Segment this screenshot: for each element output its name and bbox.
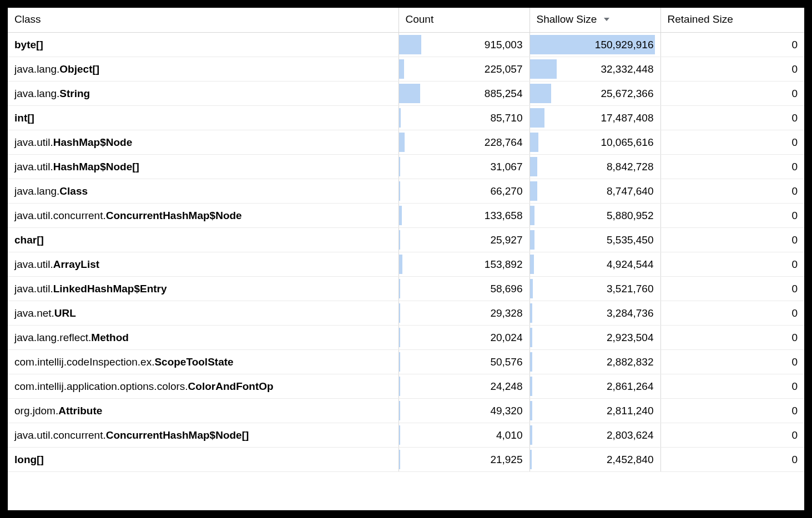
class-name: HashMap$Node (53, 136, 133, 148)
table-row[interactable]: java.lang.String885,25425,672,3660 (8, 82, 804, 106)
class-name: Method (91, 332, 129, 343)
table-row[interactable]: com.intellij.application.options.colors.… (8, 374, 804, 399)
class-package: java.net. (14, 307, 54, 319)
retained-size-cell: 0 (660, 33, 804, 57)
column-header-shallow-size[interactable]: Shallow Size (529, 8, 660, 33)
count-cell: 228,764 (399, 130, 529, 155)
class-package: java.util. (14, 136, 53, 148)
table-row[interactable]: java.util.concurrent.ConcurrentHashMap$N… (8, 423, 804, 448)
class-name: Object[] (59, 63, 99, 75)
shallow-bar (530, 401, 532, 420)
count-bar (399, 377, 400, 396)
shallow-size-cell: 2,861,264 (529, 374, 660, 399)
class-cell: java.util.HashMap$Node[] (8, 155, 399, 179)
count-cell: 66,270 (399, 179, 529, 204)
class-cell: java.lang.String (8, 82, 399, 106)
table-row[interactable]: java.util.HashMap$Node228,76410,065,6160 (8, 130, 804, 155)
table-row[interactable]: java.lang.Object[]225,05732,332,4480 (8, 57, 804, 82)
shallow-bar (530, 279, 533, 298)
table-row[interactable]: java.net.URL29,3283,284,7360 (8, 301, 804, 326)
table-row[interactable]: java.util.LinkedHashMap$Entry58,6963,521… (8, 277, 804, 301)
count-bar (399, 328, 400, 347)
retained-size-value: 0 (791, 258, 798, 270)
class-name: long[] (14, 454, 44, 465)
shallow-size-value: 2,923,504 (607, 332, 654, 343)
table-row[interactable]: int[]85,71017,487,4080 (8, 106, 804, 130)
retained-size-value: 0 (791, 39, 798, 50)
shallow-size-value: 4,924,544 (607, 258, 654, 270)
retained-size-value: 0 (791, 234, 798, 246)
shallow-size-cell: 2,452,840 (529, 448, 660, 472)
shallow-size-value: 32,332,448 (601, 63, 653, 75)
shallow-size-cell: 2,882,832 (529, 350, 660, 374)
shallow-bar (530, 377, 532, 396)
table-row[interactable]: java.util.ArrayList153,8924,924,5440 (8, 252, 804, 277)
table-row[interactable]: java.lang.reflect.Method20,0242,923,5040 (8, 326, 804, 350)
class-cell: java.util.concurrent.ConcurrentHashMap$N… (8, 204, 399, 228)
shallow-bar (530, 352, 532, 372)
count-cell: 21,925 (399, 448, 529, 472)
count-bar (399, 425, 400, 445)
count-cell: 49,320 (399, 399, 529, 423)
retained-size-value: 0 (791, 136, 798, 148)
class-name: int[] (14, 112, 34, 124)
class-package: org.jdom. (14, 405, 58, 417)
table-row[interactable]: java.util.concurrent.ConcurrentHashMap$N… (8, 204, 804, 228)
shallow-bar (530, 108, 544, 128)
table-row[interactable]: long[]21,9252,452,8400 (8, 448, 804, 472)
retained-size-cell: 0 (660, 57, 804, 82)
count-bar (399, 401, 400, 420)
shallow-size-cell: 5,535,450 (529, 228, 660, 252)
count-value: 225,057 (485, 63, 523, 75)
table-row[interactable]: java.lang.Class66,2708,747,6400 (8, 179, 804, 204)
class-name: ConcurrentHashMap$Node (106, 210, 242, 221)
table-row[interactable]: java.util.HashMap$Node[]31,0678,842,7280 (8, 155, 804, 179)
shallow-size-value: 3,284,736 (607, 307, 654, 319)
table-row[interactable]: org.jdom.Attribute49,3202,811,2400 (8, 399, 804, 423)
count-value: 50,576 (490, 356, 522, 368)
count-value: 20,024 (490, 332, 522, 343)
retained-size-value: 0 (791, 405, 798, 417)
count-cell: 4,010 (399, 423, 529, 448)
count-bar (399, 450, 400, 469)
count-value: 29,328 (490, 307, 522, 319)
shallow-size-cell: 8,842,728 (529, 155, 660, 179)
shallow-bar (530, 84, 551, 103)
shallow-size-cell: 17,487,408 (529, 106, 660, 130)
count-cell: 85,710 (399, 106, 529, 130)
class-package: java.util.concurrent. (14, 210, 106, 221)
count-bar (399, 84, 421, 103)
shallow-size-value: 17,487,408 (601, 112, 653, 124)
count-value: 4,010 (496, 429, 523, 441)
count-value: 24,248 (490, 380, 522, 392)
count-cell: 58,696 (399, 277, 529, 301)
retained-size-value: 0 (791, 112, 798, 124)
column-header-count[interactable]: Count (399, 8, 529, 33)
class-name: Attribute (58, 405, 102, 417)
shallow-size-cell: 5,880,952 (529, 204, 660, 228)
table-row[interactable]: com.intellij.codeInspection.ex.ScopeTool… (8, 350, 804, 374)
count-bar (399, 303, 400, 323)
class-package: com.intellij.application.options.colors. (14, 380, 188, 392)
column-header-class[interactable]: Class (8, 8, 399, 33)
shallow-bar (530, 206, 535, 225)
retained-size-cell: 0 (660, 350, 804, 374)
retained-size-cell: 0 (660, 374, 804, 399)
class-package: com.intellij.codeInspection.ex. (14, 356, 154, 368)
class-name: ScopeToolState (154, 356, 233, 368)
retained-size-value: 0 (791, 454, 798, 465)
table-row[interactable]: char[]25,9275,535,4500 (8, 228, 804, 252)
class-name: char[] (14, 234, 44, 246)
column-header-retained-size[interactable]: Retained Size (660, 8, 804, 33)
count-value: 885,254 (485, 88, 523, 99)
table-row[interactable]: byte[]915,003150,929,9160 (8, 33, 804, 57)
class-package: java.util. (14, 161, 53, 172)
class-name: LinkedHashMap$Entry (53, 283, 167, 294)
class-package: java.lang. (14, 185, 59, 197)
count-value: 25,927 (490, 234, 522, 246)
shallow-size-value: 8,747,640 (607, 185, 654, 197)
count-bar (399, 352, 400, 372)
shallow-bar (530, 450, 532, 469)
shallow-size-cell: 25,672,366 (529, 82, 660, 106)
heap-classes-panel: Class Count Shallow Size Retained Size b… (8, 8, 804, 510)
